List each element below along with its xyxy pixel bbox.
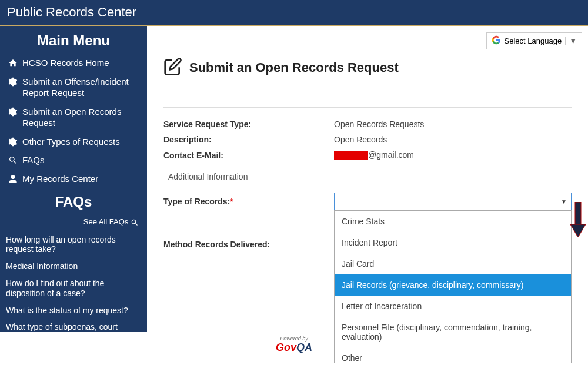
faq-item[interactable]: How long will an open records request ta… [6,231,141,258]
svg-marker-1 [570,224,586,237]
email-label: Contact E-Mail: [163,151,334,160]
dropdown-option[interactable]: Other [335,347,571,363]
sidebar-item-label: My Records Center [22,173,98,185]
sidebar-nav: HCSO Records Home Submit an Offense/Inci… [0,54,147,188]
dropdown-caret-icon: ▼ [565,37,577,45]
faq-item[interactable]: What is the status of my request? [6,302,141,319]
sidebar-item-label: HCSO Records Home [22,57,109,69]
dropdown-option[interactable]: Crime Stats [335,211,571,232]
logo-gov: Gov [276,342,296,353]
type-records-dropdown: Crime Stats Incident Report Jail Card Ja… [334,210,572,363]
sidebar-item-home[interactable]: HCSO Records Home [6,54,141,72]
sidebar-item-offense-request[interactable]: Submit an Offense/Incident Report Reques… [6,72,141,102]
home-icon [8,58,18,68]
gear-icon [8,107,18,117]
type-records-select-wrapper: ▼ Crime Stats Incident Report Jail Card … [334,193,572,210]
description-label: Description: [163,135,334,144]
sidebar-item-label: FAQs [22,154,45,166]
service-type-value: Open Records Requests [334,120,572,129]
gear-icon [8,137,18,147]
search-icon [131,217,139,226]
dropdown-option[interactable]: Personnel File (disciplinary, commendati… [335,317,571,347]
menu-heading: Main Menu [0,26,147,54]
dropdown-option[interactable]: Jail Card [335,253,571,274]
google-icon [492,35,501,47]
page-title: Submit an Open Records Request [189,60,399,75]
faqs-heading: FAQs [0,188,147,215]
page-title-row: Submit an Open Records Request [163,57,572,78]
email-suffix: @gmail.com [368,150,414,160]
dropdown-option[interactable]: Incident Report [335,232,571,253]
sidebar-item-faqs[interactable]: FAQs [6,151,141,170]
form-row-description: Description: Open Records [163,135,572,144]
service-type-label: Service Request Type: [163,120,334,129]
app-title: Public Records Center [7,5,136,19]
sidebar-item-open-records[interactable]: Submit an Open Records Request [6,102,141,132]
logo-qa: QA [296,342,312,353]
required-asterisk: * [230,197,233,206]
redacted-block [334,151,368,160]
see-all-label: See All FAQs [83,217,129,226]
user-icon [8,174,18,184]
sidebar-item-my-records[interactable]: My Records Center [6,170,141,188]
method-delivered-label: Method Records Delivered: [163,240,334,249]
sidebar-item-label: Submit an Offense/Incident Report Reques… [22,76,139,99]
see-all-faqs-link[interactable]: See All FAQs [0,215,147,231]
gear-icon [8,77,18,87]
email-value: @gmail.com [334,150,572,160]
svg-rect-0 [575,202,581,224]
form-row-email: Contact E-Mail: @gmail.com [163,150,572,160]
dropdown-option-selected[interactable]: Jail Records (grievance, disciplinary, c… [335,274,571,296]
faq-item[interactable]: Medical Information [6,258,141,275]
faq-item[interactable]: How do I find out about the disposition … [6,275,141,302]
edit-icon [163,57,182,78]
sidebar: Main Menu HCSO Records Home Submit an Of… [0,26,147,354]
annotation-arrow-icon [570,202,586,239]
form-row-type-records: Type of Records:* ▼ Crime Stats Incident… [163,193,572,210]
additional-info-heading: Additional Information [168,172,572,185]
type-records-label: Type of Records:* [163,197,334,206]
language-label: Select Language [505,37,562,45]
app-header: Public Records Center [0,0,588,25]
search-icon [8,155,18,165]
description-value: Open Records [334,135,572,144]
dropdown-option[interactable]: Letter of Incarceration [335,296,571,317]
type-records-select[interactable] [334,193,572,210]
sidebar-item-label: Other Types of Requests [22,136,120,148]
language-selector[interactable]: Select Language ▼ [486,32,582,49]
main-content: Select Language ▼ Submit an Open Records… [147,26,588,354]
sidebar-item-label: Submit an Open Records Request [22,106,139,129]
form-section: Service Request Type: Open Records Reque… [163,107,572,249]
form-row-service-type: Service Request Type: Open Records Reque… [163,120,572,129]
sidebar-item-other-requests[interactable]: Other Types of Requests [6,132,141,151]
